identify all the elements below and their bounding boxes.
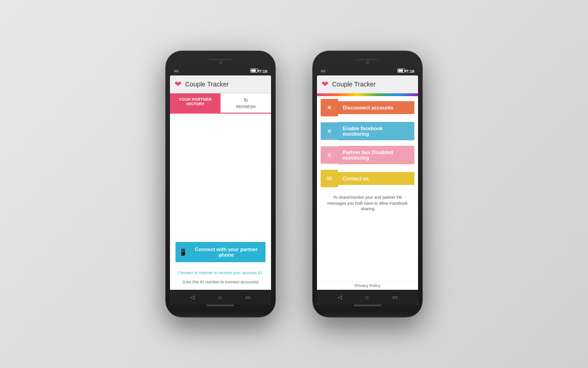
back-button-2[interactable]: ◁ bbox=[338, 294, 342, 300]
home-button-2[interactable]: ⌂ bbox=[365, 294, 368, 300]
battery-icon bbox=[250, 69, 258, 74]
settings-content: ✕ Disconnect accounts ✕ Enable facebook … bbox=[317, 93, 418, 290]
home-button-1[interactable]: ⌂ bbox=[218, 294, 221, 300]
privacy-policy-link[interactable]: Privacy Policy bbox=[317, 281, 418, 290]
facebook-label: Enable facebook monitoring bbox=[338, 122, 414, 140]
app-header-2: ❤ Couple Tracker bbox=[317, 75, 418, 93]
tab-refresh-label: REFRESH bbox=[236, 104, 255, 109]
partner-x-icon: ✕ bbox=[327, 151, 332, 159]
speaker-1 bbox=[207, 305, 234, 306]
phone-2: 3G 7:18 ❤ Couple Tracker ✕ Disconnect ac… bbox=[312, 51, 423, 317]
refresh-icon: ↻ bbox=[243, 97, 248, 104]
tabs-row: YOUR PARTNER HISTORY ↻ REFRESH bbox=[170, 93, 271, 114]
connect-button-label: Connect with your partner phone bbox=[191, 247, 262, 258]
speaker-2 bbox=[354, 305, 381, 306]
battery-icon-2 bbox=[397, 69, 405, 74]
time-display: 7:18 bbox=[259, 69, 267, 74]
partner-icon-box: ✕ bbox=[321, 146, 338, 164]
bottom-nav-2: ◁ ⌂ ▭ bbox=[317, 290, 418, 305]
recent-button-1[interactable]: ▭ bbox=[245, 294, 250, 300]
connect-info: Connect to internet to receive your acco… bbox=[170, 268, 271, 290]
camera bbox=[219, 61, 222, 64]
network-indicator-2: 3G bbox=[321, 69, 326, 73]
app-title-1: Couple Tracker bbox=[185, 80, 229, 88]
contact-icon-box: ✉ bbox=[321, 170, 338, 187]
time-display-2: 7:18 bbox=[406, 69, 414, 74]
connect-partner-button[interactable]: 📱 Connect with your partner phone bbox=[175, 242, 266, 262]
phone-2-screen: ❤ Couple Tracker ✕ Disconnect accounts ✕… bbox=[317, 75, 418, 305]
contact-label: Contact us bbox=[338, 172, 414, 185]
connect-note-text: (Use this ID number to connect accounts) bbox=[182, 280, 259, 284]
disconnect-icon-box: ✕ bbox=[321, 99, 338, 116]
camera-2 bbox=[366, 61, 369, 64]
disconnect-menu-item[interactable]: ✕ Disconnect accounts bbox=[321, 99, 414, 116]
tab-partner-history[interactable]: YOUR PARTNER HISTORY bbox=[170, 93, 220, 113]
status-bar-1: 3G 7:18 bbox=[170, 68, 271, 75]
info-text: To share/monitor your and partner FB mes… bbox=[317, 190, 418, 215]
phone-icon: 📱 bbox=[179, 248, 187, 256]
phone-1: 3G 7:18 ❤ Couple Tracker YOUR PARTNER HI… bbox=[165, 51, 276, 317]
envelope-icon: ✉ bbox=[327, 175, 332, 182]
network-indicator: 3G bbox=[174, 69, 179, 73]
phone-1-screen: ❤ Couple Tracker YOUR PARTNER HISTORY ↻ … bbox=[170, 75, 271, 305]
back-button-1[interactable]: ◁ bbox=[191, 294, 195, 300]
disconnect-x-icon: ✕ bbox=[327, 104, 332, 111]
tab-refresh[interactable]: ↻ REFRESH bbox=[220, 93, 271, 113]
facebook-icon-box: ✕ bbox=[321, 122, 338, 140]
connect-link-text: Connect to internet to receive your acco… bbox=[175, 270, 266, 275]
facebook-menu-item[interactable]: ✕ Enable facebook monitoring bbox=[321, 122, 414, 140]
status-bar-2: 3G 7:18 bbox=[317, 68, 418, 75]
app-title-2: Couple Tracker bbox=[332, 80, 376, 88]
recent-button-2[interactable]: ▭ bbox=[392, 294, 397, 300]
disconnect-label: Disconnect accounts bbox=[338, 101, 414, 114]
bottom-nav-1: ◁ ⌂ ▭ bbox=[170, 290, 271, 305]
screen-content-1: 📱 Connect with your partner phone Connec… bbox=[170, 114, 271, 290]
app-logo-1: ❤ bbox=[175, 79, 181, 89]
app-header-1: ❤ Couple Tracker bbox=[170, 75, 271, 93]
facebook-x-icon: ✕ bbox=[327, 127, 332, 135]
contact-menu-item[interactable]: ✉ Contact us bbox=[321, 170, 414, 187]
partner-menu-item[interactable]: ✕ Partner has Disabled monitoring bbox=[321, 146, 414, 164]
partner-label: Partner has Disabled monitoring bbox=[338, 146, 414, 164]
rainbow-bar bbox=[317, 93, 418, 96]
tab-history-label: YOUR PARTNER HISTORY bbox=[172, 97, 219, 106]
app-logo-2: ❤ bbox=[322, 79, 328, 89]
